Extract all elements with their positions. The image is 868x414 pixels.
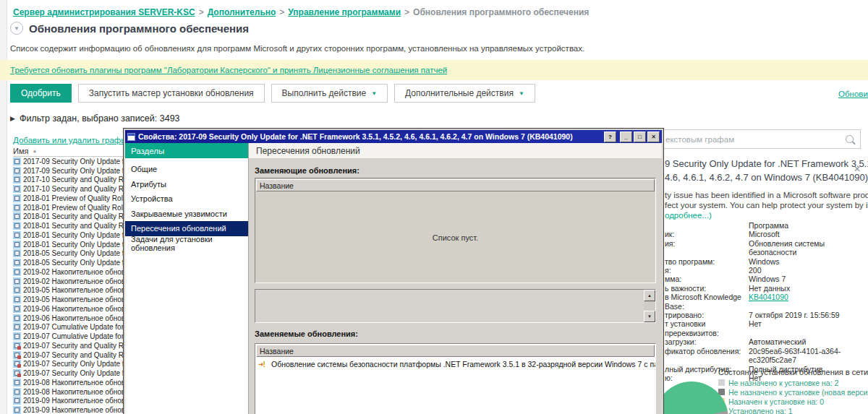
- update-name: 2019-07 Security Only Update for .N: [23, 369, 124, 377]
- status-heading: Состояние установки обновления в сети:: [718, 368, 868, 376]
- update-icon: [13, 185, 21, 193]
- perform-action-button[interactable]: Выполнить действие▼: [271, 84, 388, 103]
- notice-link[interactable]: Требуется обновить плагины программ "Лаб…: [10, 66, 447, 74]
- replaced-update-name: Обновление системы безопасности платформ…: [271, 360, 655, 368]
- table-row[interactable]: 2017-09 Security Only Update for .N: [13, 166, 124, 176]
- table-row[interactable]: 2019-07 Security and Quality Rollup f: [13, 341, 124, 350]
- table-row[interactable]: 2019-07 Security Only Update for .N: [13, 368, 124, 378]
- details-field-value: 200: [749, 266, 861, 275]
- additional-actions-button[interactable]: Дополнительные действия▼: [394, 84, 535, 103]
- installation-status-pie-chart: [655, 381, 728, 414]
- run-install-wizard-button[interactable]: Запустить мастер установки обновления: [78, 84, 265, 103]
- update-icon: [13, 397, 21, 405]
- table-row[interactable]: 2017-09 Security Only Update for .N: [13, 157, 124, 166]
- details-field-row: Программа: [665, 221, 861, 230]
- breadcrumb-link[interactable]: Сервер администрирования SERVER-KSC: [13, 7, 195, 17]
- table-row[interactable]: 2019-05 Накопительное обновлени: [13, 295, 124, 304]
- details-field-row: загрузки: Автоматический: [665, 337, 861, 346]
- update-icon: [13, 305, 21, 313]
- update-name: 2019-06 Накопительное обновлени: [23, 305, 124, 313]
- table-row[interactable]: 2019-02 Накопительное обновлени: [13, 277, 124, 286]
- details-field-row: фикатор обновления: 20c95ea6-963f-4101-a…: [665, 347, 861, 365]
- table-row[interactable]: 2019-07 Cumulative Update for .NET: [13, 323, 124, 332]
- update-name: 2019-07 Security and Quality Rollup f: [23, 351, 124, 359]
- table-row[interactable]: 2019-07 Security and Quality Rollup f: [13, 350, 124, 360]
- dialog-main-panel: Пересечения обновлений Заменяющие обновл…: [249, 143, 662, 414]
- update-icon: [13, 268, 21, 276]
- update-icon: [13, 332, 21, 340]
- minimize-button[interactable]: _: [620, 131, 632, 142]
- table-row[interactable]: 2019-07 Cumulative Update for .NET: [13, 332, 124, 341]
- update-name: 2019-07 Cumulative Update for .NET: [23, 323, 124, 331]
- name-column-header[interactable]: Название: [256, 179, 655, 191]
- update-icon: [13, 194, 21, 202]
- table-row[interactable]: 2019-09 Накопительное обновлени: [13, 397, 124, 406]
- approve-button[interactable]: Одобрить: [10, 84, 72, 103]
- table-row[interactable]: 2019-06 Накопительное обновлени: [13, 304, 124, 314]
- close-button[interactable]: ✕: [647, 131, 660, 142]
- refresh-link[interactable]: Обновить: [838, 90, 868, 98]
- details-field-row: мма: Windows 7: [665, 275, 861, 283]
- update-name: 2018-01 Security Only Update for .N: [23, 231, 124, 239]
- table-row[interactable]: 2018-01 Preview of Quality Rollup fo: [13, 203, 124, 212]
- update-name: 2019-07 Security and Quality Rollup f: [23, 342, 124, 350]
- table-row[interactable]: 2018-01 Security Only Update for .N: [13, 240, 124, 249]
- details-more-link[interactable]: одробнее...): [665, 211, 712, 220]
- table-row[interactable]: 2018-05 Security Only Update for .N: [13, 249, 124, 259]
- details-description-line2: fect your system. You can help protect y…: [665, 201, 868, 210]
- table-row[interactable]: 2018-05 Security Only Update for .N: [13, 258, 124, 267]
- table-row[interactable]: 2017-10 Security and Quality Rollup f: [13, 184, 124, 194]
- scroll-down-icon[interactable]: ▼: [644, 311, 655, 322]
- kb-article-link[interactable]: KB4041090: [749, 293, 861, 311]
- help-button[interactable]: ?: [604, 131, 616, 142]
- breadcrumb-link[interactable]: Управление программами: [288, 7, 401, 17]
- table-row[interactable]: 2018-01 Security and Quality Rollup f: [13, 212, 124, 222]
- details-field-label: я:: [665, 266, 749, 275]
- update-icon: [13, 388, 21, 396]
- name-column-header[interactable]: Имя: [13, 147, 28, 155]
- details-title-line1: 9 Security Only Update for .NET Framewor…: [665, 158, 868, 169]
- table-row[interactable]: 2018-01 Security Only Update for .N: [13, 230, 124, 240]
- table-row[interactable]: 2019-07 Security Only Update for .N: [13, 360, 124, 369]
- name-column-header[interactable]: Название: [256, 345, 655, 357]
- update-name: 2017-10 Security and Quality Rollup f: [23, 176, 124, 184]
- update-name: 2017-09 Security Only Update for .N: [23, 158, 124, 165]
- list-item[interactable]: ➜! Обновление системы безопасности платф…: [255, 358, 655, 371]
- details-field-label: ик:: [665, 230, 749, 238]
- scroll-up-icon[interactable]: ▲: [644, 290, 655, 301]
- scrollbar[interactable]: ▲ ▼: [644, 290, 655, 322]
- table-row[interactable]: 2019-05 Накопительное обновлени: [13, 286, 124, 296]
- dialog-sidebar-item[interactable]: Атрибуты: [125, 177, 248, 192]
- table-row[interactable]: 2019-08 Накопительное обновлени: [13, 378, 124, 387]
- table-row[interactable]: 2019-08 Накопительное обновлени: [13, 387, 124, 397]
- chevron-down-icon: ▼: [371, 90, 377, 97]
- dialog-sidebar-item[interactable]: Пересечения обновлений: [125, 221, 248, 236]
- update-icon: [13, 323, 21, 331]
- replaced-updates-list: Название ➜! Обновление системы безопасно…: [255, 343, 656, 414]
- updates-table-header[interactable]: Имя ▲: [13, 146, 124, 157]
- table-row[interactable]: 2017-10 Security and Quality Rollup f: [13, 176, 124, 185]
- table-row[interactable]: 2018-01 Security and Quality Rollup f: [13, 221, 124, 230]
- maximize-button[interactable]: □: [634, 131, 646, 142]
- filter-summary[interactable]: ▶ Фильтр задан, выбрано записей: 3493: [10, 113, 180, 124]
- expand-filter-icon[interactable]: ▶: [10, 115, 15, 122]
- table-row[interactable]: 2019-09 Накопительное обновлени: [13, 405, 124, 414]
- dialog-sidebar-item[interactable]: Закрываемые уязвимости: [125, 207, 248, 222]
- breadcrumb-link[interactable]: Дополнительно: [208, 7, 276, 17]
- dialog-sidebar-item[interactable]: Общие: [125, 162, 248, 177]
- search-icon[interactable]: [846, 135, 854, 143]
- table-row[interactable]: 2019-06 Накопительное обновлени: [13, 314, 124, 323]
- update-name: 2019-08 Накопительное обновлени: [23, 388, 124, 396]
- legend-item: Установлено на: 1: [718, 406, 868, 414]
- add-remove-columns-link[interactable]: Добавить или удалить графы: [13, 136, 127, 145]
- collapse-section-icon[interactable]: ▼: [10, 22, 23, 35]
- table-row[interactable]: 2019-02 Накопительное обновлени: [13, 267, 124, 277]
- details-field-value: Нет: [749, 319, 861, 337]
- table-row[interactable]: 2018-01 Preview of Quality Rollup fo: [13, 194, 124, 203]
- dialog-titlebar[interactable]: Свойства: 2017-09 Security Only Update f…: [125, 130, 662, 143]
- details-field-label: в Microsoft Knowledge Base:: [665, 293, 749, 311]
- dialog-sidebar-item[interactable]: Устройства: [125, 191, 248, 207]
- update-name: 2019-02 Накопительное обновлени: [23, 277, 124, 285]
- dialog-sidebar-item[interactable]: Задачи для установки обновления: [125, 236, 248, 251]
- details-field-row: тво программ: Windows: [665, 257, 861, 266]
